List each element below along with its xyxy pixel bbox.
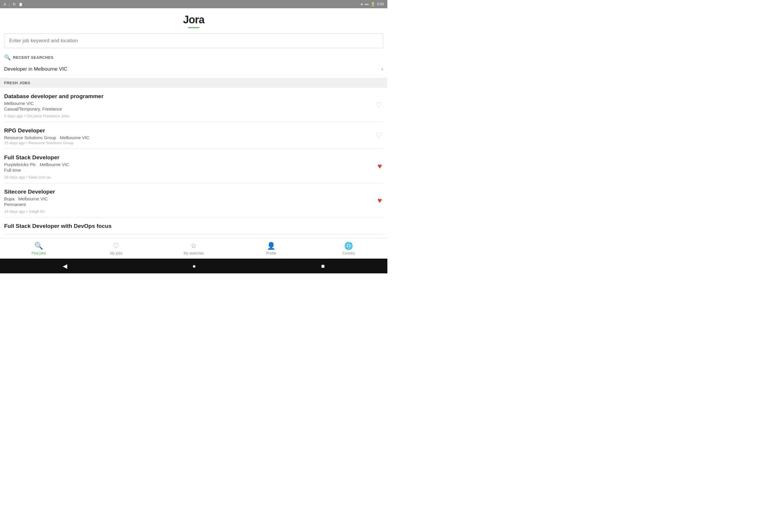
job-footer: 5 days ago • OzLance Freelance Jobs	[4, 114, 383, 118]
search-icon: 🔍	[4, 54, 11, 61]
profile-icon: 👤	[267, 242, 276, 250]
nav-find-jobs[interactable]: 🔍 Find jobs	[0, 242, 77, 255]
job-item[interactable]: Sitecore Developer Bupa Melbourne VIC Pe…	[4, 183, 383, 218]
status-bar-right: ▾ ▪▪▪ 🔋 3:03	[361, 2, 384, 7]
job-title: Full Stack Developer	[4, 154, 383, 161]
job-list: Database developer and programmer Melbou…	[0, 88, 387, 234]
job-title: Full Stack Developer with DevOps focus	[4, 223, 383, 229]
job-item[interactable]: Database developer and programmer Melbou…	[4, 88, 383, 122]
nav-profile-label: Profile	[266, 251, 276, 255]
job-item[interactable]: Full Stack Developer Purplebricks Plc Me…	[4, 149, 383, 183]
my-searches-icon: ☆	[191, 242, 197, 250]
sync-icon: ↻	[13, 2, 16, 7]
my-jobs-icon: ♡	[113, 242, 119, 250]
save-job-button[interactable]: ♡	[374, 130, 383, 141]
nav-profile[interactable]: 👤 Profile	[232, 242, 310, 255]
search-container	[0, 31, 387, 51]
battery-icon: 🔋	[371, 2, 375, 7]
status-bar: A ↓ ↻ 📋 ▾ ▪▪▪ 🔋 3:03	[0, 0, 387, 8]
android-back-button[interactable]: ◀	[57, 260, 73, 272]
chevron-right-icon: ›	[381, 66, 383, 72]
recent-search-item[interactable]: Developer in Melbourne VIC ›	[4, 63, 383, 75]
recent-search-text: Developer in Melbourne VIC	[4, 66, 67, 72]
job-footer: 14 days ago • Jobg8 AU	[4, 209, 383, 214]
nav-find-jobs-label: Find jobs	[32, 251, 46, 255]
recent-searches-header: 🔍 RECENT SEARCHES	[4, 54, 383, 61]
android-home-button[interactable]: ●	[186, 260, 202, 272]
notification-icon: A	[4, 2, 6, 7]
recent-searches-section: 🔍 RECENT SEARCHES Developer in Melbourne…	[0, 51, 387, 76]
bottom-nav: 🔍 Find jobs ♡ My jobs ☆ My searches 👤 Pr…	[0, 238, 387, 259]
job-company-location: Bupa Melbourne VIC	[4, 196, 383, 201]
nav-my-searches[interactable]: ☆ My searches	[155, 242, 232, 255]
signal-icon: ▪▪▪	[365, 2, 369, 7]
fresh-jobs-label: FRESH JOBS	[4, 81, 30, 85]
save-job-button[interactable]: ♥	[377, 160, 383, 172]
android-recent-button[interactable]: ■	[315, 260, 331, 272]
main-content: Jora 🔍 RECENT SEARCHES Developer in Melb…	[0, 8, 387, 238]
logo-container: Jora	[183, 14, 204, 28]
nav-my-searches-label: My searches	[184, 251, 204, 255]
job-item[interactable]: RPG Developer Resource Solutions Group M…	[4, 122, 383, 149]
nav-my-jobs[interactable]: ♡ My jobs	[77, 242, 155, 255]
save-job-button[interactable]: ♡	[374, 99, 383, 110]
job-type: Casual/Temporary, Freelance	[4, 106, 383, 111]
job-title: Database developer and programmer	[4, 93, 383, 100]
clock: 3:03	[377, 2, 384, 6]
fresh-jobs-divider: FRESH JOBS	[0, 78, 387, 88]
download-icon: ↓	[9, 2, 11, 7]
nav-my-jobs-label: My jobs	[110, 251, 122, 255]
job-title: RPG Developer	[4, 127, 383, 134]
search-input[interactable]	[4, 33, 383, 48]
country-icon: 🌐	[344, 242, 353, 250]
status-bar-left: A ↓ ↻ 📋	[4, 2, 23, 7]
logo-underline	[188, 27, 199, 28]
job-company-location: Purplebricks Plc Melbourne VIC	[4, 162, 383, 167]
job-location: Melbourne VIC	[4, 101, 383, 106]
save-job-button[interactable]: ♥	[377, 194, 383, 206]
logo: Jora	[183, 14, 204, 26]
nav-country-label: Country	[343, 251, 355, 255]
recent-searches-label: RECENT SEARCHES	[13, 55, 53, 60]
nav-country[interactable]: 🌐 Country	[310, 242, 387, 255]
job-type: Full time	[4, 167, 383, 173]
job-type: Permanent	[4, 202, 383, 207]
job-title: Sitecore Developer	[4, 189, 383, 195]
job-footer: 29 days ago • Seek.com.au	[4, 175, 383, 179]
android-nav: ◀ ● ■	[0, 259, 387, 273]
clipboard-icon: 📋	[18, 2, 23, 7]
find-jobs-icon: 🔍	[34, 242, 43, 250]
wifi-icon: ▾	[361, 2, 363, 7]
job-company-location: Resource Solutions Group Melbourne VIC	[4, 135, 383, 140]
job-footer: 25 days ago • Resource Solutions Group	[4, 141, 383, 145]
app-header: Jora	[0, 8, 387, 31]
job-item[interactable]: Full Stack Developer with DevOps focus	[4, 218, 383, 234]
